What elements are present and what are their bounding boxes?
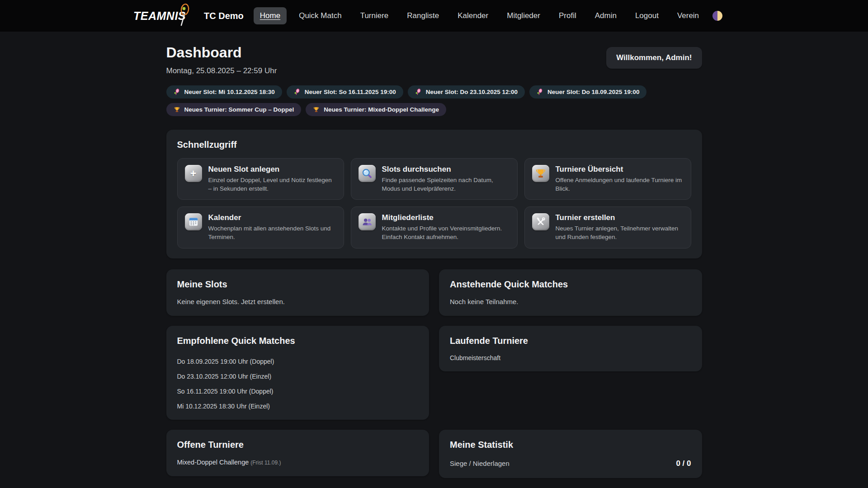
card-turniere-uebersicht[interactable]: Turniere Übersicht Offene Anmeldungen un…	[524, 158, 691, 200]
card-slots-durchsuchen[interactable]: Slots durchsuchen Finde passende Spielze…	[351, 158, 518, 200]
tournament-item[interactable]: Clubmeisterschaft	[450, 354, 691, 361]
nav-item-rangliste[interactable]: Rangliste	[401, 7, 445, 24]
tournament-chip-label: Neues Turnier: Mixed-Doppel Challenge	[324, 106, 439, 113]
page-date: Montag, 25.08.2025 – 22:59 Uhr	[166, 66, 277, 75]
nav-item-admin[interactable]: Admin	[589, 7, 623, 24]
tournament-chip[interactable]: Neues Turnier: Mixed-Doppel Challenge	[306, 103, 446, 116]
meine-statistik-panel: Meine Statistik Siege / Niederlagen 0 / …	[439, 430, 702, 478]
quick-access-title: Schnellzugriff	[177, 140, 691, 150]
quick-access-panel: Schnellzugriff + Neuen Slot anlegen Einz…	[166, 130, 702, 258]
card-desc: Finde passende Spielzeiten nach Datum, M…	[382, 176, 510, 193]
trophy-icon	[532, 165, 549, 182]
card-desc: Neues Turnier anlegen, Teilnehmer verwal…	[556, 225, 684, 241]
navbar: TEAMNIS TC Demo Home Quick Match Turnier…	[0, 0, 868, 32]
navbar-inner: TEAMNIS TC Demo Home Quick Match Turnier…	[133, 7, 735, 24]
card-mitgliederliste[interactable]: Mitgliederliste Kontakte und Profile von…	[351, 206, 518, 248]
quick-match-item[interactable]: Mi 10.12.2025 18:30 Uhr (Einzel)	[177, 403, 419, 410]
nav-links: Home Quick Match Turniere Rangliste Kale…	[254, 7, 705, 24]
card-desc: Wochenplan mit allen anstehenden Slots u…	[208, 225, 336, 241]
slot-chip-label: Neuer Slot: Do 18.09.2025 19:00	[547, 89, 639, 95]
panel-title: Empfohlene Quick Matches	[177, 336, 419, 346]
slot-chip-label: Neuer Slot: Mi 10.12.2025 18:30	[184, 89, 275, 95]
nav-item-kalender[interactable]: Kalender	[451, 7, 495, 24]
tournament-item[interactable]: Mixed-Doppel Challenge	[177, 459, 249, 466]
quick-match-item[interactable]: So 16.11.2025 19:00 Uhr (Doppel)	[177, 388, 419, 395]
nav-item-profil[interactable]: Profil	[552, 7, 583, 24]
tennis-racket-logo-icon	[178, 3, 191, 28]
empfohlene-quick-matches-panel: Empfohlene Quick Matches Do 18.09.2025 1…	[166, 326, 429, 420]
offene-turniere-panel: Offene Turniere Mixed-Doppel Challenge(F…	[166, 430, 429, 476]
slot-chip[interactable]: Neuer Slot: Mi 10.12.2025 18:30	[166, 85, 282, 99]
panel-title: Laufende Turniere	[450, 336, 691, 346]
magnifier-icon	[359, 165, 376, 182]
quick-match-item[interactable]: Do 18.09.2025 19:00 Uhr (Doppel)	[177, 358, 419, 365]
tools-icon	[532, 213, 549, 230]
people-icon	[359, 213, 376, 230]
half-moon-icon[interactable]	[712, 11, 722, 21]
tournament-chip[interactable]: Neues Turnier: Sommer Cup – Doppel	[166, 103, 302, 116]
slot-chip[interactable]: Neuer Slot: Do 18.09.2025 19:00	[529, 85, 646, 99]
slot-chip[interactable]: Neuer Slot: Do 23.10.2025 12:00	[408, 85, 525, 99]
tennis-racket-icon	[537, 89, 543, 95]
nav-item-verein[interactable]: Verein	[671, 7, 705, 24]
stat-value: 0 / 0	[676, 459, 691, 468]
brand-logo[interactable]: TEAMNIS	[133, 9, 193, 23]
panel-title: Meine Slots	[177, 279, 419, 290]
card-desc: Einzel oder Doppel, Level und Notiz fest…	[208, 176, 336, 193]
card-desc: Kontakte und Profile von Vereinsmitglied…	[382, 225, 510, 241]
slot-chip-label: Neuer Slot: So 16.11.2025 19:00	[305, 89, 396, 95]
panel-title: Offene Turniere	[177, 440, 419, 450]
plus-icon: +	[185, 165, 202, 182]
nav-item-turniere[interactable]: Turniere	[354, 7, 395, 24]
empty-state-text: Keine eigenen Slots. Jetzt erstellen.	[177, 298, 285, 305]
tennis-racket-icon	[174, 89, 180, 95]
laufende-turniere-panel: Laufende Turniere Clubmeisterschaft	[439, 326, 702, 371]
dashboard-panels: Meine Slots Keine eigenen Slots. Jetzt e…	[166, 269, 702, 478]
slot-chip-label: Neuer Slot: Do 23.10.2025 12:00	[426, 89, 518, 95]
tournament-chip-label: Neues Turnier: Sommer Cup – Doppel	[184, 106, 294, 113]
quick-access-grid: + Neuen Slot anlegen Einzel oder Doppel,…	[177, 158, 691, 249]
empty-state-text: Noch keine Teilnahme.	[450, 298, 518, 305]
stat-row: Siege / Niederlagen 0 / 0	[450, 459, 691, 468]
page-header: Dashboard Montag, 25.08.2025 – 22:59 Uhr…	[166, 44, 702, 75]
anstehende-quick-matches-panel: Anstehende Quick Matches Noch keine Teil…	[439, 269, 702, 316]
slot-notification-chips: Neuer Slot: Mi 10.12.2025 18:30 Neuer Sl…	[166, 85, 702, 99]
main-content: Dashboard Montag, 25.08.2025 – 22:59 Uhr…	[166, 32, 702, 478]
tennis-racket-icon	[415, 89, 422, 95]
card-title: Kalender	[208, 213, 336, 222]
trophy-icon	[174, 106, 180, 113]
tournament-deadline: (Frist 11.09.)	[250, 460, 281, 466]
nav-item-mitglieder[interactable]: Mitglieder	[500, 7, 547, 24]
card-desc: Offene Anmeldungen und laufende Turniere…	[556, 176, 684, 193]
card-title: Neuen Slot anlegen	[208, 165, 336, 174]
panel-title: Anstehende Quick Matches	[450, 279, 691, 290]
card-neuen-slot-anlegen[interactable]: + Neuen Slot anlegen Einzel oder Doppel,…	[177, 158, 344, 200]
welcome-badge: Willkommen, Admin!	[606, 47, 702, 69]
trophy-icon	[313, 106, 320, 113]
quick-match-item[interactable]: Do 23.10.2025 12:00 Uhr (Einzel)	[177, 373, 419, 380]
tournament-notification-chips: Neues Turnier: Sommer Cup – Doppel Neues…	[166, 103, 702, 116]
nav-item-quick-match[interactable]: Quick Match	[292, 7, 348, 24]
page-title: Dashboard	[166, 44, 277, 61]
card-kalender[interactable]: Kalender Wochenplan mit allen anstehende…	[177, 206, 344, 248]
page-header-left: Dashboard Montag, 25.08.2025 – 22:59 Uhr	[166, 44, 277, 75]
meine-slots-panel: Meine Slots Keine eigenen Slots. Jetzt e…	[166, 269, 429, 316]
calendar-icon	[185, 213, 202, 230]
club-name: TC Demo	[204, 11, 244, 21]
card-title: Mitgliederliste	[382, 213, 510, 222]
tennis-racket-icon	[294, 89, 301, 95]
card-title: Turnier erstellen	[556, 213, 684, 222]
panel-title: Meine Statistik	[450, 440, 691, 450]
nav-item-logout[interactable]: Logout	[629, 7, 665, 24]
card-title: Turniere Übersicht	[556, 165, 684, 174]
slot-chip[interactable]: Neuer Slot: So 16.11.2025 19:00	[287, 85, 403, 99]
card-turnier-erstellen[interactable]: Turnier erstellen Neues Turnier anlegen,…	[524, 206, 691, 248]
nav-item-home[interactable]: Home	[254, 7, 287, 24]
card-title: Slots durchsuchen	[382, 165, 510, 174]
stat-label: Siege / Niederlagen	[450, 460, 509, 467]
